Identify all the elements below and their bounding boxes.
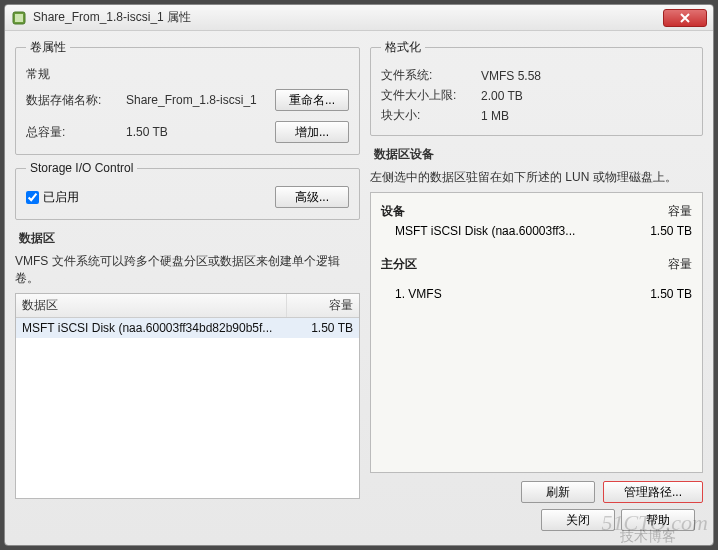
volume-properties-group: 卷属性 常规 数据存储名称: Share_From_1.8-iscsi_1 重命… [15,39,360,155]
dialog-content: 卷属性 常规 数据存储名称: Share_From_1.8-iscsi_1 重命… [5,31,713,545]
extents-table[interactable]: 数据区 容量 MSFT iSCSI Disk (naa.60003ff34bd8… [15,293,360,499]
extent-device-panel: 设备 容量 MSFT iSCSI Disk (naa.60003ff3... 1… [370,192,703,473]
datastore-name-label: 数据存储名称: [26,92,126,109]
partition-heading: 主分区 [381,256,417,273]
format-group: 格式化 文件系统: VMFS 5.58 文件大小上限: 2.00 TB 块大小:… [370,39,703,136]
fs-value: VMFS 5.58 [481,69,692,83]
block-label: 块大小: [381,107,481,124]
sioc-legend: Storage I/O Control [26,161,137,175]
refresh-button[interactable]: 刷新 [521,481,595,503]
increase-button[interactable]: 增加... [275,121,349,143]
general-subheading: 常规 [26,66,349,83]
sioc-enabled-checkbox-label[interactable]: 已启用 [26,189,275,206]
rename-button[interactable]: 重命名... [275,89,349,111]
dialog-footer: 关闭 帮助 [15,503,703,537]
total-capacity-label: 总容量: [26,124,126,141]
maxfile-value: 2.00 TB [481,89,692,103]
extent-row-name: MSFT iSCSI Disk (naa.60003ff34bd82b90b5f… [16,318,287,338]
dialog-window: Share_From_1.8-iscsi_1 属性 卷属性 常规 数据存储名称:… [4,4,714,546]
extents-title: 数据区 [15,230,360,247]
app-icon [11,10,27,26]
volume-properties-legend: 卷属性 [26,39,70,56]
partition-name: 1. VMFS [395,287,442,301]
titlebar[interactable]: Share_From_1.8-iscsi_1 属性 [5,5,713,31]
sioc-advanced-button[interactable]: 高级... [275,186,349,208]
maxfile-label: 文件大小上限: [381,87,481,104]
window-title: Share_From_1.8-iscsi_1 属性 [33,9,663,26]
sioc-enabled-checkbox[interactable] [26,191,39,204]
sioc-enabled-text: 已启用 [43,189,79,206]
extents-header-cap[interactable]: 容量 [287,294,359,317]
extents-header-name[interactable]: 数据区 [16,294,287,317]
partition-cap-heading: 容量 [668,256,692,273]
partition-cap: 1.50 TB [650,287,692,301]
manage-paths-button[interactable]: 管理路径... [603,481,703,503]
total-capacity-value: 1.50 TB [126,125,275,139]
close-icon[interactable] [663,9,707,27]
device-cap: 1.50 TB [650,224,692,238]
extents-table-header: 数据区 容量 [16,294,359,318]
help-button[interactable]: 帮助 [621,509,695,531]
datastore-name-value: Share_From_1.8-iscsi_1 [126,93,275,107]
extents-desc: VMFS 文件系统可以跨多个硬盘分区或数据区来创建单个逻辑卷。 [15,253,360,287]
format-legend: 格式化 [381,39,425,56]
device-cap-heading: 容量 [668,203,692,220]
device-heading: 设备 [381,203,405,220]
close-button[interactable]: 关闭 [541,509,615,531]
table-row[interactable]: MSFT iSCSI Disk (naa.60003ff34bd82b90b5f… [16,318,359,338]
block-value: 1 MB [481,109,692,123]
device-name: MSFT iSCSI Disk (naa.60003ff3... [395,224,575,238]
sioc-group: Storage I/O Control 已启用 高级... [15,161,360,220]
fs-label: 文件系统: [381,67,481,84]
extent-device-title: 数据区设备 [370,146,703,163]
extent-device-desc: 左侧选中的数据区驻留在如下所述的 LUN 或物理磁盘上。 [370,169,703,186]
svg-rect-1 [15,14,23,22]
extent-row-cap: 1.50 TB [287,318,359,338]
